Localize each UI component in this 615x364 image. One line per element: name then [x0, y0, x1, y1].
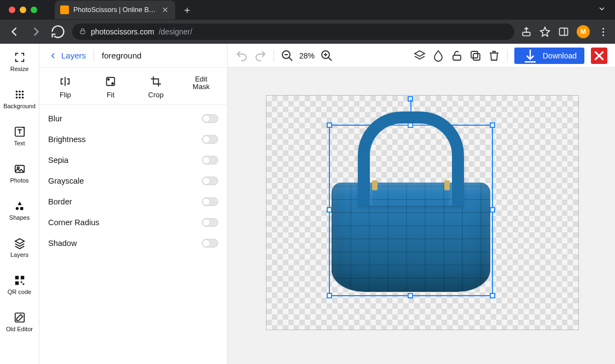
- back-button[interactable]: [7, 24, 22, 39]
- tool-label: Fit: [107, 91, 114, 99]
- divider: [274, 50, 274, 62]
- svg-rect-17: [20, 207, 22, 210]
- svg-rect-34: [453, 55, 461, 60]
- duplicate-icon[interactable]: [469, 49, 482, 62]
- rail-item-qrcode[interactable]: QR code: [0, 271, 39, 298]
- svg-point-5: [19, 91, 21, 93]
- browser-tab[interactable]: PhotoScissors | Online Backgro ✕: [55, 1, 175, 19]
- address-bar-row: photoscissors.com/designer/ M: [0, 20, 615, 44]
- resize-handle-sw[interactable]: [327, 293, 332, 298]
- selection-box[interactable]: [329, 125, 493, 296]
- resize-handle-se[interactable]: [490, 293, 495, 298]
- crop-icon: [150, 75, 162, 87]
- canvas-board[interactable]: [266, 95, 579, 330]
- share-icon[interactable]: [521, 26, 532, 37]
- forward-button[interactable]: [28, 24, 44, 39]
- star-icon[interactable]: [539, 26, 550, 37]
- tab-close-icon[interactable]: ✕: [161, 5, 170, 14]
- tool-label: Crop: [148, 91, 164, 99]
- svg-point-4: [15, 91, 18, 93]
- current-layer-name: foreground: [102, 51, 142, 60]
- svg-rect-0: [80, 31, 85, 33]
- svg-point-6: [21, 91, 24, 93]
- chevron-down-icon[interactable]: [597, 4, 606, 15]
- photos-icon: [14, 163, 26, 175]
- canvas-wrap: 28% Download: [228, 44, 615, 364]
- profile-avatar[interactable]: M: [577, 25, 590, 38]
- toggle-sepia[interactable]: [202, 156, 218, 165]
- kebab-menu-icon[interactable]: [597, 26, 608, 37]
- download-button[interactable]: Download: [514, 48, 584, 64]
- svg-rect-2: [560, 28, 568, 35]
- window-minimize-icon[interactable]: [20, 7, 26, 13]
- svg-rect-18: [15, 276, 18, 279]
- shapes-icon: [14, 200, 26, 212]
- effects-list: Blur Brightness Sepia Grayscale Border C…: [39, 105, 227, 257]
- effect-grayscale: Grayscale: [48, 171, 218, 191]
- resize-handle-e[interactable]: [490, 207, 495, 213]
- crop-tool[interactable]: Crop: [137, 75, 175, 99]
- resize-icon: [14, 51, 26, 63]
- new-tab-button[interactable]: ＋: [179, 2, 195, 17]
- resize-handle-ne[interactable]: [490, 122, 495, 128]
- svg-rect-19: [20, 276, 24, 279]
- canvas-toolbar: 28% Download: [228, 44, 615, 68]
- opacity-icon[interactable]: [432, 49, 445, 62]
- unlock-icon[interactable]: [450, 49, 463, 62]
- rail-item-text[interactable]: Text: [0, 122, 39, 150]
- rail-item-shapes[interactable]: Shapes: [0, 197, 39, 224]
- divider: [94, 50, 94, 62]
- undo-button[interactable]: [235, 49, 248, 62]
- redo-button[interactable]: [254, 49, 267, 62]
- foreground-image[interactable]: [332, 183, 490, 292]
- rail-item-resize[interactable]: Resize: [0, 48, 39, 75]
- close-button[interactable]: [591, 48, 607, 64]
- url-host: photoscissors.com: [91, 27, 154, 36]
- toggle-brightness[interactable]: [202, 135, 218, 144]
- reload-button[interactable]: [50, 24, 66, 39]
- fit-tool[interactable]: Fit: [91, 75, 130, 99]
- effect-label: Grayscale: [48, 177, 84, 185]
- flip-tool[interactable]: Flip: [46, 75, 84, 99]
- svg-rect-21: [20, 281, 22, 283]
- zoom-in-button[interactable]: [320, 49, 333, 62]
- toggle-shadow[interactable]: [202, 239, 218, 248]
- effect-brightness: Brightness: [48, 129, 218, 150]
- svg-point-25: [108, 79, 109, 80]
- rail-label: Text: [14, 140, 25, 146]
- canvas-area[interactable]: [228, 68, 615, 364]
- delete-icon[interactable]: [488, 49, 501, 62]
- back-to-layers-button[interactable]: Layers: [48, 51, 86, 61]
- rail-item-layers[interactable]: Layers: [0, 234, 39, 261]
- properties-panel: Layers foreground Flip Fit Crop Edit Mas: [39, 44, 228, 364]
- resize-handle-s[interactable]: [408, 293, 413, 298]
- toggle-corner-radius[interactable]: [202, 218, 218, 227]
- rail-item-background[interactable]: Background: [0, 85, 39, 113]
- svg-line-31: [328, 57, 332, 61]
- resize-handle-nw[interactable]: [327, 122, 332, 128]
- back-label: Layers: [61, 51, 86, 60]
- address-bar[interactable]: photoscissors.com/designer/: [72, 24, 514, 40]
- toggle-border[interactable]: [202, 197, 218, 206]
- window-close-icon[interactable]: [9, 7, 15, 13]
- rail-label: Background: [3, 103, 36, 109]
- rail-item-oldeditor[interactable]: Old Editor: [0, 308, 39, 336]
- toggle-grayscale[interactable]: [202, 177, 218, 185]
- edit-mask-tool[interactable]: Edit Mask: [182, 75, 221, 99]
- panel-icon[interactable]: [558, 26, 569, 37]
- zoom-out-button[interactable]: [281, 49, 294, 62]
- effect-border: Border: [48, 191, 218, 212]
- rail-item-photos[interactable]: Photos: [0, 160, 39, 187]
- layers-icon[interactable]: [413, 49, 426, 62]
- favicon-icon: [60, 5, 69, 14]
- effect-label: Brightness: [48, 135, 86, 144]
- bag-clasp-icon: [444, 180, 450, 190]
- rail-label: Old Editor: [6, 326, 33, 332]
- rail-label: Resize: [10, 66, 29, 72]
- divider: [507, 50, 508, 62]
- panel-header: Layers foreground: [39, 44, 227, 68]
- rail-label: QR code: [8, 289, 31, 295]
- window-maximize-icon[interactable]: [31, 7, 37, 13]
- tool-label: Edit Mask: [193, 75, 210, 91]
- toggle-blur[interactable]: [202, 114, 218, 123]
